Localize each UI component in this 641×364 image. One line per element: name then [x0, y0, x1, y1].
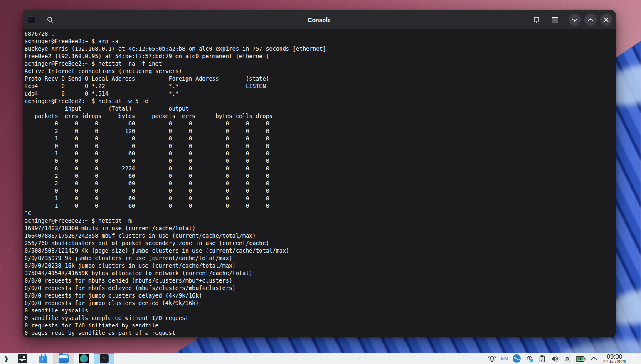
hamburger-menu-icon[interactable]: [550, 15, 560, 25]
minimize-button[interactable]: [569, 14, 581, 26]
taskbar-item-discover[interactable]: [33, 353, 53, 364]
expand-tray-chevron-icon[interactable]: [590, 357, 597, 361]
taskbar: ❯ >_ EN: [0, 353, 641, 364]
maximize-button[interactable]: [584, 14, 597, 26]
clipboard-icon[interactable]: [538, 355, 546, 363]
volume-icon[interactable]: [550, 355, 559, 363]
taskbar-item-browser[interactable]: [74, 353, 94, 364]
taskbar-item-konsole[interactable]: >_: [94, 353, 114, 364]
desktop-wallpaper: >_ Console: [0, 0, 641, 364]
search-icon[interactable]: [45, 15, 55, 25]
software-updates-icon[interactable]: [525, 354, 534, 363]
console-window: >_ Console: [23, 10, 616, 337]
system-tray: EN: [488, 354, 597, 363]
system-settings-icon: [18, 354, 27, 363]
battery-icon[interactable]: [576, 356, 586, 362]
new-tab-icon[interactable]: [531, 15, 541, 25]
notification-bell-icon[interactable]: [488, 355, 496, 363]
clock-date: 22 Jan 2026: [603, 360, 626, 364]
konsole-app-icon: >_: [28, 16, 35, 23]
globe-icon: [79, 354, 89, 363]
dolphin-folder-icon: [59, 354, 69, 363]
app-launcher-button[interactable]: ❯: [0, 353, 12, 364]
konsole-icon: >_: [100, 354, 109, 363]
titlebar[interactable]: >_ Console: [23, 10, 616, 29]
digital-clock[interactable]: 09:00 22 Jan 2026: [603, 353, 626, 364]
brightness-icon[interactable]: [563, 355, 571, 363]
discover-icon: [39, 356, 47, 363]
window-title: Console: [23, 17, 616, 23]
terminal-output[interactable]: 6876728 . achinger@FreeBee2:~ $ arp -a B…: [23, 29, 616, 337]
taskbar-item-system-settings[interactable]: [12, 353, 33, 364]
taskbar-item-dolphin[interactable]: [53, 353, 74, 364]
keyboard-layout-indicator[interactable]: EN: [500, 356, 508, 362]
openoffice-icon[interactable]: [513, 354, 521, 363]
clock-time: 09:00: [603, 353, 626, 359]
show-desktop-widget[interactable]: [631, 355, 639, 362]
close-button[interactable]: [600, 14, 612, 26]
